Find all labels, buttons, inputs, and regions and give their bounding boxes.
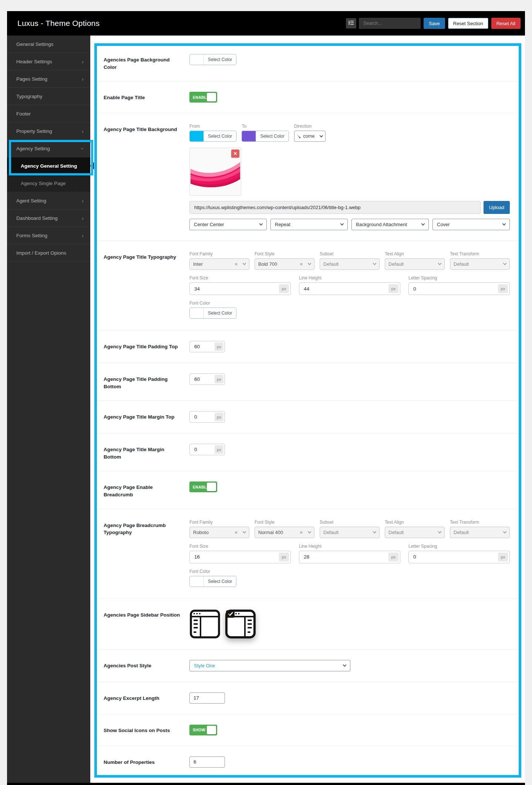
gradient-from-color-button[interactable]: Select Color [189,131,236,142]
chevron-right-icon: › [82,233,84,238]
remove-selection-icon[interactable]: × [300,530,303,535]
from-color-swatch [190,131,203,141]
gradient-from-group: From Select Color [189,124,236,143]
font-style-select[interactable]: Bold 700× [255,258,314,270]
row-excerpt-length: Agency Excerpt Length [97,682,519,714]
upload-button[interactable]: Upload [484,201,510,214]
background-attachment-select[interactable]: Background Attachment [351,219,429,230]
page-title: Luxus - Theme Options [17,19,100,28]
field-label: Agency Page Title Padding Bottom [104,373,189,390]
sidebar-item-pages-setting[interactable]: Pages Setting› [7,70,90,88]
image-url-input[interactable] [189,201,481,214]
enable-breadcrumb-toggle[interactable]: ENABLED [189,482,217,492]
sidebar-item-agency-single-page[interactable]: Agency Single Page [7,175,90,192]
sidebar-item-agent-setting[interactable]: Agent Setting› [7,192,90,209]
to-color-swatch [242,131,256,141]
subset-select[interactable]: Default [320,527,380,538]
select-color-button[interactable]: Select Color [189,54,236,65]
unit-badge: px [498,284,508,293]
field-label: Agencies Page Sidebar Position [104,609,189,639]
row-sidebar-position: Agencies Page Sidebar Position [97,599,519,650]
font-color-button[interactable]: Select Color [189,576,236,587]
footer-bar: Thank you for creating with Codestar Fra… [7,783,525,785]
font-size-group: Font Size px [189,275,291,295]
reset-all-button[interactable]: Reset All [491,18,521,29]
subset-select[interactable]: Default [320,258,380,270]
font-style-select[interactable]: Normal 400× [255,527,314,538]
font-size-input[interactable] [189,551,291,563]
chevron-down-icon [438,262,442,265]
show-social-icons-toggle[interactable]: SHOW [189,725,217,735]
chevron-down-icon [243,262,246,265]
post-style-select[interactable]: Style One [189,660,350,671]
left-sidebar-layout-icon [189,609,220,639]
chevron-right-icon: › [82,198,84,204]
field-label: Show Social Icons on Posts [104,725,189,735]
remove-selection-icon[interactable]: × [235,261,238,267]
letter-spacing-input[interactable] [408,282,510,295]
sidebar-item-property-setting[interactable]: Property Setting› [7,123,90,140]
unit-badge: px [498,553,508,561]
font-size-input[interactable] [189,282,291,295]
gradient-direction-select[interactable]: ↘ corne [294,131,326,142]
unit-badge: px [215,342,223,351]
background-repeat-select[interactable]: Repeat [270,219,348,230]
remove-selection-icon[interactable]: × [300,261,303,267]
chevron-down-icon [373,530,377,533]
chevron-right-icon: › [82,76,84,82]
background-image-preview: ✕ [189,148,241,196]
remove-image-button[interactable]: ✕ [231,150,239,158]
text-transform-select[interactable]: Default [450,527,510,538]
save-button[interactable]: Save [424,18,445,29]
text-align-select[interactable]: Default [385,527,445,538]
sidebar-item-agency-setting[interactable]: Agency Setting› [7,140,90,157]
sidebar-item-dashboard-setting[interactable]: Dashboard Setting› [7,209,90,227]
reset-section-button[interactable]: Reset Section [448,18,488,29]
sidebar-item-agency-general-setting[interactable]: Agency General Setting [7,157,90,175]
unit-badge: px [279,553,289,561]
chevron-down-icon: › [80,148,85,150]
letter-spacing-input[interactable] [408,551,510,563]
color-swatch [190,54,203,65]
search-input[interactable] [359,18,421,29]
sidebar-item-general-settings[interactable]: General Settings [7,36,90,53]
sidebar-item-forms-setting[interactable]: Forms Setting› [7,227,90,244]
row-breadcrumb-typography: Agency Page Breadcrumb Typography Font F… [97,509,519,599]
chevron-down-icon [308,530,312,533]
page-background: Luxus - Theme Options Save Reset Section… [0,0,532,785]
chevron-down-icon [308,262,312,265]
remove-selection-icon[interactable]: × [235,530,238,535]
background-size-select[interactable]: Cover [432,219,510,230]
gradient-to-color-button[interactable]: Select Color [242,131,289,142]
unit-badge: px [388,284,398,293]
sidebar-item-header-settings[interactable]: Header Settings› [7,53,90,70]
row-margin-top: Agency Page Title Margin Top px [97,401,519,433]
font-color-button[interactable]: Select Color [189,308,236,319]
enable-page-title-toggle[interactable]: ENABLED [189,92,217,103]
letter-spacing-group: Letter Spacing px [408,544,510,563]
body-wrap: General Settings Header Settings› Pages … [7,36,525,783]
chevron-down-icon [259,222,263,226]
collapse-all-button[interactable] [346,18,356,28]
chevron-right-icon: › [82,215,84,221]
row-post-style: Agencies Post Style Style One [97,650,519,682]
excerpt-length-input[interactable] [189,692,225,704]
sidebar-item-typography[interactable]: Typography [7,88,90,105]
number-of-properties-input[interactable] [189,757,225,768]
background-position-select[interactable]: Center Center [189,219,267,230]
row-enable-page-title: Enable Page Title ENABLED [97,81,519,113]
chevron-down-icon [502,222,506,226]
sidebar-item-footer[interactable]: Footer [7,105,90,123]
font-family-select[interactable]: Roboto× [189,527,249,538]
font-family-select[interactable]: Inter× [189,258,249,270]
left-sidebar-layout-option[interactable] [189,609,220,639]
right-sidebar-layout-option-selected[interactable] [225,609,256,639]
letter-spacing-group: Letter Spacing px [408,275,510,295]
line-height-input[interactable] [299,551,400,563]
sidebar-item-import-export[interactable]: Import / Export Opions [7,244,90,262]
field-label: Agency Page Title Typography [104,251,189,320]
text-align-select[interactable]: Default [385,258,445,270]
line-height-group: Line Height px [299,544,400,563]
text-transform-select[interactable]: Default [450,258,510,270]
line-height-input[interactable] [299,282,400,295]
